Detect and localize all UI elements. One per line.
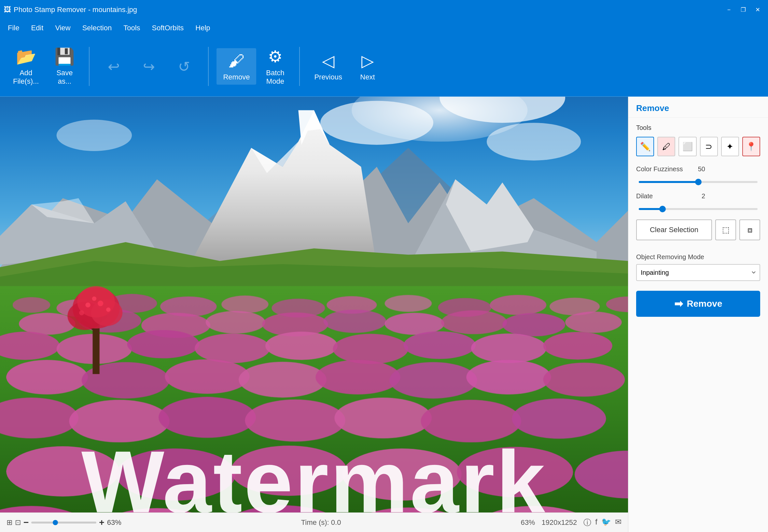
undo-all-button[interactable]: ↺ — [168, 55, 200, 78]
wand-tool-button[interactable]: ✦ — [721, 137, 739, 156]
color-fuzziness-track — [639, 181, 758, 183]
resolution: 1920x1252 — [541, 518, 577, 527]
dilate-thumb[interactable] — [659, 206, 666, 212]
svg-point-40 — [565, 312, 622, 333]
svg-point-44 — [195, 333, 270, 363]
previous-icon: ◁ — [322, 51, 334, 70]
zoom-level: 63% — [107, 518, 121, 527]
clear-selection-row: Clear Selection ⬚ ⧈ — [636, 219, 760, 240]
svg-point-55 — [389, 362, 477, 399]
twitter-icon[interactable]: 🐦 — [601, 517, 611, 528]
menu-edit[interactable]: Edit — [26, 22, 49, 34]
svg-point-23 — [221, 296, 269, 313]
sliders-section: Color Fuzziness 50 Dilate 2 — [628, 163, 768, 253]
svg-point-62 — [334, 398, 432, 438]
menu-help[interactable]: Help — [190, 22, 215, 34]
dilate-value: 2 — [692, 192, 705, 200]
color-fuzziness-fill — [639, 181, 698, 183]
zoom-select-icon[interactable]: ⊡ — [15, 518, 21, 527]
title-bar-left: 🖼 Photo Stamp Remover - mountains.jpg — [4, 6, 137, 14]
svg-point-43 — [127, 330, 200, 358]
zoom-fit-icon[interactable]: ⊞ — [7, 518, 12, 527]
svg-point-4 — [487, 123, 581, 161]
menu-bar: File Edit View Selection Tools SoftOrbit… — [0, 20, 768, 36]
facebook-icon[interactable]: f — [595, 517, 597, 528]
previous-label: Previous — [314, 73, 342, 81]
zoom-percent-right: 63% — [521, 518, 535, 527]
next-button[interactable]: ▷ Next — [351, 48, 384, 85]
right-panel: Remove Tools ✏️ 🖊 ⬜ ⊃ ✦ 📍 Color Fuzzines… — [628, 97, 768, 532]
mode-label: Object Removing Mode — [636, 253, 760, 261]
batch-mode-button[interactable]: ⚙ BatchMode — [259, 44, 291, 89]
svg-point-45 — [265, 332, 338, 360]
undo-button[interactable]: ↩ — [97, 55, 130, 78]
canvas-area[interactable]: Watermark ⊞ ⊡ − + 63% Time (s): 0.0 63% — [0, 97, 628, 532]
zoom-slider-thumb[interactable] — [53, 520, 58, 525]
restore-button[interactable]: ❐ — [737, 3, 750, 16]
eraser-tool-button[interactable]: 🖊 — [657, 137, 675, 156]
svg-point-31 — [19, 313, 76, 335]
brush-tool-button[interactable]: ✏️ — [636, 137, 654, 156]
remove-arrow-icon: ➡ — [674, 298, 683, 310]
mode-select[interactable]: Inpainting Content-Aware Fill Texture Sy… — [636, 264, 760, 281]
select-all-button[interactable]: ⬚ — [715, 219, 736, 240]
stamp-tool-button[interactable]: 📍 — [742, 137, 760, 156]
save-as-button[interactable]: 💾 Saveas... — [48, 44, 81, 89]
dilate-track — [639, 208, 758, 210]
next-label: Next — [360, 73, 375, 81]
add-files-icon: 📂 — [16, 47, 36, 66]
status-right: 63% 1920x1252 ⓘ f 🐦 ✉ — [521, 517, 621, 528]
menu-tools[interactable]: Tools — [118, 22, 145, 34]
zoom-plus-button[interactable]: + — [99, 517, 104, 528]
svg-point-85 — [92, 297, 97, 301]
next-icon: ▷ — [361, 51, 374, 70]
mode-section: Object Removing Mode Inpainting Content-… — [628, 253, 768, 287]
clear-selection-button[interactable]: Clear Selection — [636, 219, 712, 240]
tools-row: ✏️ 🖊 ⬜ ⊃ ✦ 📍 — [636, 137, 760, 156]
dilate-label: Dilate — [636, 192, 688, 200]
toolbar-sep-1 — [89, 47, 90, 86]
close-button[interactable]: ✕ — [751, 3, 764, 16]
svg-point-38 — [441, 310, 507, 334]
menu-file[interactable]: File — [3, 22, 24, 34]
toolbar-sep-2 — [208, 47, 209, 86]
remove-tool-icon: 🖌 — [228, 51, 244, 70]
svg-point-5 — [57, 120, 132, 151]
tools-section: Tools ✏️ 🖊 ⬜ ⊃ ✦ 📍 — [628, 118, 768, 163]
undo-all-icon: ↺ — [178, 58, 190, 75]
color-fuzziness-value: 50 — [692, 165, 705, 173]
svg-point-3 — [320, 101, 433, 145]
panel-title: Remove — [628, 97, 768, 118]
info-icon[interactable]: ⓘ — [583, 517, 591, 528]
app-title: Photo Stamp Remover - mountains.jpg — [14, 6, 137, 14]
zoom-slider[interactable] — [31, 522, 96, 524]
menu-view[interactable]: View — [50, 22, 76, 34]
add-files-button[interactable]: 📂 AddFile(s)... — [7, 44, 45, 89]
svg-point-86 — [79, 310, 84, 315]
remove-tool-button[interactable]: 🖌 Remove — [216, 48, 256, 85]
minimize-button[interactable]: − — [722, 3, 735, 16]
svg-point-46 — [333, 334, 408, 364]
redo-button[interactable]: ↪ — [133, 55, 165, 78]
lasso-tool-button[interactable]: ⊃ — [700, 137, 718, 156]
color-fuzziness-thumb[interactable] — [695, 179, 702, 185]
mail-icon[interactable]: ✉ — [615, 517, 621, 528]
menu-selection[interactable]: Selection — [77, 22, 117, 34]
title-bar: 🖼 Photo Stamp Remover - mountains.jpg − … — [0, 0, 768, 20]
main-area: Watermark ⊞ ⊡ − + 63% Time (s): 0.0 63% — [0, 97, 768, 532]
rect-select-tool-button[interactable]: ⬜ — [678, 137, 696, 156]
svg-point-87 — [106, 307, 111, 312]
previous-button[interactable]: ◁ Previous — [308, 48, 349, 85]
svg-point-39 — [502, 313, 565, 336]
remove-button[interactable]: ➡ Remove — [636, 291, 760, 317]
menu-softorbits[interactable]: SoftOrbits — [147, 22, 189, 34]
undo-icon: ↩ — [108, 58, 120, 75]
save-icon: 💾 — [54, 47, 75, 66]
invert-selection-button[interactable]: ⧈ — [739, 219, 760, 240]
color-fuzziness-label: Color Fuzziness — [636, 165, 688, 173]
save-as-label: Saveas... — [56, 69, 73, 86]
zoom-minus-button[interactable]: − — [23, 517, 29, 528]
photo-canvas: Watermark — [0, 97, 628, 532]
status-left: ⊞ ⊡ − + 63% — [7, 517, 121, 528]
svg-point-54 — [315, 360, 400, 394]
